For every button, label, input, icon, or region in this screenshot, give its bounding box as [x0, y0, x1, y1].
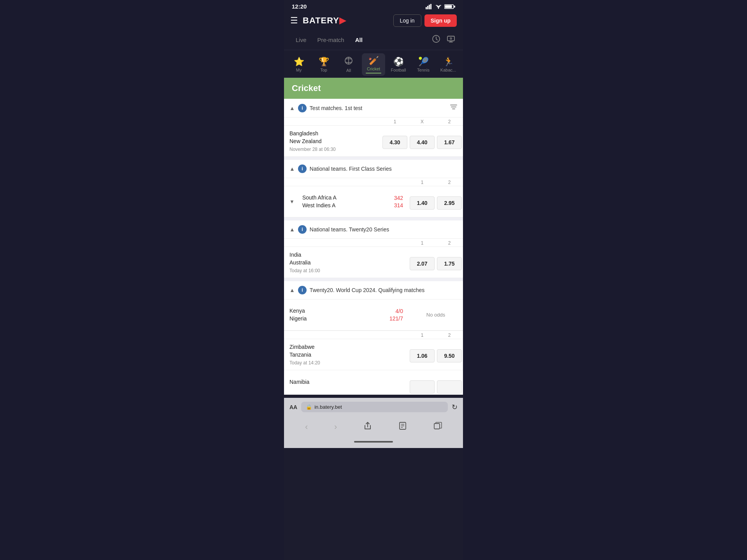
odds-zim-tan: 1.06 9.50: [409, 339, 463, 370]
odds-1-zt[interactable]: 1.06: [410, 349, 435, 362]
cricket-icon: 🏏: [368, 56, 379, 66]
odds-sa-wi: 1.40 2.95: [409, 186, 463, 217]
odds-1-bnz[interactable]: 4.30: [382, 136, 407, 149]
home-indicator: [284, 438, 463, 448]
odds-1-ia[interactable]: 2.07: [410, 257, 435, 270]
sport-kabaddi[interactable]: 🏃 Kabac...: [437, 54, 460, 75]
tennis-icon: 🎾: [418, 57, 429, 67]
odds-col-1-nam: [409, 370, 436, 394]
no-odds-kenya-nigeria: No odds: [409, 299, 463, 330]
info-icon-nfc: i: [298, 164, 307, 173]
sport-search-button[interactable]: [461, 57, 463, 72]
signup-button[interactable]: Sign up: [424, 14, 457, 27]
odds-col-1-sawi: 1.40: [409, 186, 436, 217]
signal-icon: [426, 4, 433, 9]
odds-col-1-zt: 1.06: [409, 339, 436, 370]
chevron-wc[interactable]: ▲: [289, 287, 295, 293]
cricket-underline: [366, 73, 381, 74]
tab-prematch[interactable]: Pre-match: [312, 34, 350, 46]
sport-icons-row: ⭐ My 🏆 Top All 🏏 Cricket ⚽: [284, 50, 463, 78]
odds-header-2-zim: 2: [436, 331, 463, 339]
odds-2-nam[interactable]: [437, 380, 462, 394]
filter-icon-test[interactable]: [450, 103, 458, 112]
logo-area: ☰ BATERY ▶: [290, 16, 346, 26]
section-header-t20: ▲ i National teams. Twenty20 Series: [284, 220, 463, 239]
match-info-zim-tan: Zimbabwe Tanzania Today at 14:20: [284, 339, 409, 370]
section-national-t20: ▲ i National teams. Twenty20 Series 1 2: [284, 220, 463, 278]
sport-all[interactable]: All: [337, 54, 360, 75]
svg-rect-1: [427, 6, 428, 9]
sport-cricket[interactable]: 🏏 Cricket: [362, 53, 385, 76]
sport-my[interactable]: ⭐ My: [287, 54, 310, 75]
team1-bangladesh: Bangladesh: [289, 130, 376, 138]
tab-all[interactable]: All: [350, 34, 368, 46]
team2-aus: Australia: [289, 259, 403, 267]
nav-tabs-button[interactable]: [430, 419, 446, 435]
hamburger-menu[interactable]: ☰: [290, 16, 298, 26]
odds-2-zt[interactable]: 9.50: [437, 349, 462, 362]
kabaddi-icon: 🏃: [443, 57, 454, 67]
content-area: ▲ i Test matches. 1st test 1: [284, 99, 463, 395]
nav-bookmarks-button[interactable]: [395, 419, 411, 435]
nav-share-button[interactable]: [359, 419, 376, 435]
odds-header-1-nfc: 1: [409, 178, 436, 186]
status-bar: 12:20: [284, 0, 463, 11]
svg-rect-3: [430, 4, 431, 9]
section-title-wc: Twenty20. World Cup 2024. Qualifying mat…: [310, 287, 458, 293]
team1-india: India: [289, 251, 403, 259]
tv-icon[interactable]: [445, 33, 457, 47]
odds-2-ia[interactable]: 1.75: [437, 257, 462, 270]
odds-col-2-nam: [436, 370, 463, 394]
tab-live[interactable]: Live: [290, 34, 312, 46]
odds-1-sawi[interactable]: 1.40: [410, 196, 435, 210]
odds-2-sawi[interactable]: 2.95: [437, 196, 462, 210]
all-label: All: [346, 68, 351, 73]
browser-aa[interactable]: AA: [289, 404, 297, 410]
browser-nav: ‹ ›: [284, 416, 463, 438]
home-bar: [354, 441, 393, 443]
nav-forward-button[interactable]: ›: [330, 420, 341, 434]
top-icon: 🏆: [319, 57, 329, 67]
reload-button[interactable]: ↻: [452, 403, 458, 411]
sport-tennis[interactable]: 🎾 Tennis: [412, 54, 435, 75]
chevron-nfc[interactable]: ▲: [289, 166, 295, 172]
score1-sa: 342: [394, 195, 403, 201]
filter-tabs: Live Pre-match All: [284, 32, 463, 50]
match-row-namibia: Namibia: [284, 370, 463, 395]
section-header-test: ▲ i Test matches. 1st test: [284, 99, 463, 117]
cricket-banner: Cricket: [284, 78, 463, 99]
my-icon: ⭐: [294, 57, 304, 67]
team1-namibia: Namibia: [289, 378, 403, 386]
team2-wi: West Indies A: [302, 202, 335, 210]
odds-x-bnz[interactable]: 4.40: [410, 136, 435, 149]
match-row-zim-tan: Zimbabwe Tanzania Today at 14:20 1.06 9.…: [284, 339, 463, 370]
info-icon-t20: i: [298, 225, 307, 234]
browser-bar: AA 🔒 in.batery.bet ↻: [284, 398, 463, 416]
top-label: Top: [320, 68, 327, 72]
team1-zim: Zimbabwe: [289, 343, 403, 351]
odds-2-bnz[interactable]: 1.67: [437, 136, 462, 149]
chevron-t20[interactable]: ▲: [289, 226, 295, 233]
odds-col-2-ia: 1.75: [436, 247, 463, 278]
time: 12:20: [292, 3, 307, 10]
browser-url-bar[interactable]: 🔒 in.batery.bet: [301, 402, 448, 412]
svg-rect-9: [447, 36, 454, 41]
login-button[interactable]: Log in: [393, 14, 421, 27]
odds-1-nam[interactable]: [410, 380, 435, 394]
match-info-bangladesh-nz: Bangladesh New Zealand November 28 at 06…: [284, 126, 381, 156]
sport-top[interactable]: 🏆 Top: [312, 54, 335, 75]
match-info-kenya-nigeria: Kenya 4/0 Nigeria 121/7: [284, 299, 409, 330]
header: ☰ BATERY ▶ Log in Sign up: [284, 11, 463, 32]
match-time-india-aus: Today at 16:00: [289, 268, 403, 273]
svg-rect-6: [445, 5, 452, 8]
expand-sa-wi[interactable]: ▼: [284, 186, 297, 217]
section-title-test: Test matches. 1st test: [310, 105, 450, 111]
nav-back-button[interactable]: ‹: [301, 420, 312, 434]
history-icon[interactable]: [430, 33, 442, 47]
score2-nigeria: 121/7: [389, 315, 403, 322]
wifi-icon: [435, 4, 442, 9]
sport-football[interactable]: ⚽ Football: [387, 54, 410, 75]
section-title-t20: National teams. Twenty20 Series: [310, 226, 458, 233]
chevron-test[interactable]: ▲: [289, 105, 295, 111]
url-text: in.batery.bet: [314, 404, 342, 410]
